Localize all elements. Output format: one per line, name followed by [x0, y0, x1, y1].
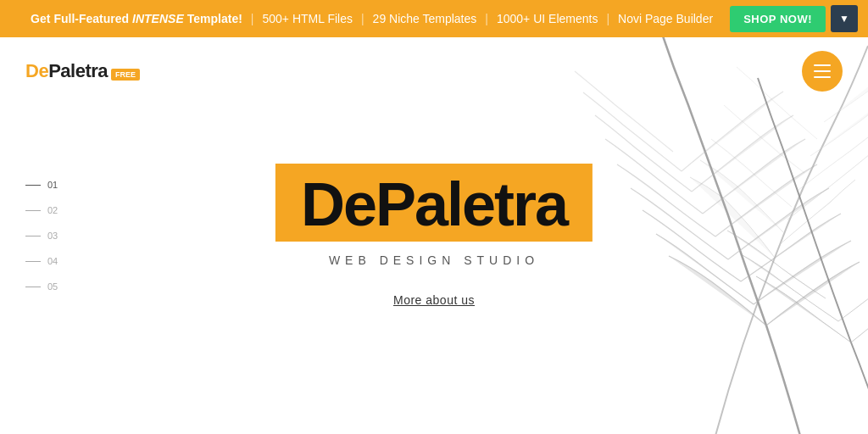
side-nav-num-4: 04: [47, 256, 58, 266]
logo-paletra: Paletra: [48, 60, 108, 81]
logo-badge: FREE: [111, 69, 140, 81]
promo-stat1: 500+ HTML Files: [262, 12, 352, 25]
hero-title: DePaletra: [301, 174, 567, 235]
logo-area: DePaletra FREE: [25, 60, 140, 82]
promo-sep1: |: [251, 12, 254, 25]
side-nav-line-5: [25, 287, 41, 287]
side-nav-item-4[interactable]: 04: [25, 256, 58, 266]
side-nav-line-1: [25, 185, 41, 186]
hamburger-line-3: [814, 76, 831, 78]
promo-sep2: |: [361, 12, 364, 25]
side-nav-item-5[interactable]: 05: [25, 281, 58, 292]
side-nav-item-3[interactable]: 03: [25, 231, 58, 241]
side-nav-line-2: [25, 210, 41, 211]
promo-intense: INTENSE: [132, 12, 184, 25]
promo-stat2: 29 Niche Templates: [373, 12, 477, 25]
side-nav-num-2: 02: [47, 205, 58, 215]
side-nav-item-2[interactable]: 02: [25, 205, 58, 215]
more-about-link[interactable]: More about us: [393, 293, 475, 307]
promo-sep4: |: [606, 12, 609, 25]
promo-template: Template!: [187, 12, 242, 25]
promo-full: Full-Featured: [53, 12, 129, 25]
logo-de: De: [25, 60, 48, 81]
promo-bar-right: SHOP NOW! ▼: [730, 5, 858, 32]
side-nav-num-1: 01: [47, 180, 58, 190]
chevron-down-icon: ▼: [839, 13, 849, 25]
header: DePaletra FREE: [0, 37, 868, 105]
side-nav: 01 02 03 04 05: [25, 180, 58, 292]
side-nav-item-1[interactable]: 01: [25, 180, 58, 190]
side-nav-num-3: 03: [47, 231, 58, 241]
hero-title-wrapper: DePaletra: [275, 164, 593, 242]
side-nav-num-5: 05: [47, 281, 58, 292]
promo-stat3: 1000+ UI Elements: [497, 12, 598, 25]
logo: DePaletra: [25, 60, 108, 82]
promo-get: Get: [31, 12, 50, 25]
promo-text: Get Full-Featured INTENSE Template! | 50…: [14, 12, 730, 25]
main-wrapper: DePaletra FREE 01 02 03 04: [0, 37, 868, 434]
promo-bar: Get Full-Featured INTENSE Template! | 50…: [0, 0, 868, 37]
shop-now-button[interactable]: SHOP NOW!: [730, 6, 826, 32]
side-nav-line-4: [25, 261, 41, 262]
side-nav-line-3: [25, 236, 41, 236]
promo-dropdown-button[interactable]: ▼: [831, 5, 858, 32]
hamburger-line-2: [814, 70, 831, 72]
promo-sep3: |: [485, 12, 488, 25]
hamburger-menu-button[interactable]: [802, 51, 843, 92]
hero-content: DePaletra WEB DESIGN STUDIO More about u…: [275, 164, 593, 308]
promo-stat4: Novi Page Builder: [618, 12, 713, 25]
hamburger-line-1: [814, 64, 831, 66]
hero-subtitle: WEB DESIGN STUDIO: [275, 253, 593, 267]
